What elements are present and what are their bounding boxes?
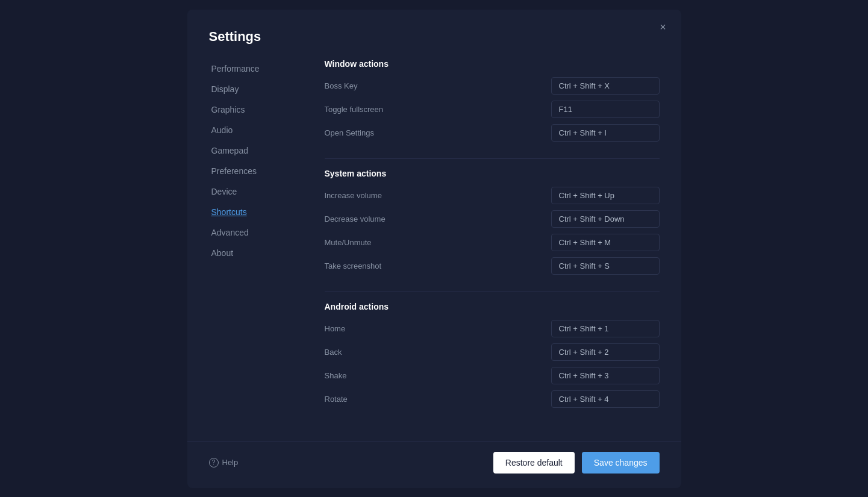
shortcut-row: Decrease volume	[325, 210, 660, 228]
section-divider-android-actions	[325, 292, 660, 292]
shortcut-label: Decrease volume	[325, 214, 551, 223]
shortcut-label: Rotate	[325, 395, 551, 404]
settings-modal: × Settings PerformanceDisplayGraphicsAud…	[187, 10, 681, 488]
shortcut-label: Mute/Unmute	[325, 238, 551, 247]
shortcut-row: Toggle fullscreen	[325, 101, 660, 118]
shortcut-row: Back	[325, 343, 660, 361]
sidebar-item-display[interactable]: Display	[209, 80, 305, 99]
shortcut-label: Boss Key	[325, 81, 551, 90]
sidebar-item-preferences[interactable]: Preferences	[209, 161, 305, 181]
section-title-system-actions: System actions	[325, 169, 660, 178]
sidebar-item-performance[interactable]: Performance	[209, 59, 305, 78]
save-changes-button[interactable]: Save changes	[582, 452, 660, 474]
shortcut-label: Increase volume	[325, 191, 551, 200]
section-divider-system-actions	[325, 158, 660, 159]
help-label: Help	[222, 458, 239, 467]
sidebar-item-shortcuts[interactable]: Shortcuts	[209, 202, 305, 222]
content-area: Window actionsBoss KeyToggle fullscreenO…	[305, 59, 660, 437]
shortcut-row: Mute/Unmute	[325, 234, 660, 251]
sidebar-item-about[interactable]: About	[209, 243, 305, 263]
shortcut-input[interactable]	[551, 257, 660, 275]
modal-body: PerformanceDisplayGraphicsAudioGamepadPr…	[187, 59, 681, 437]
shortcut-input[interactable]	[551, 124, 660, 142]
footer: ? Help Restore default Save changes	[187, 442, 681, 488]
sidebar: PerformanceDisplayGraphicsAudioGamepadPr…	[209, 59, 305, 437]
shortcut-row: Take screenshot	[325, 257, 660, 275]
sidebar-item-advanced[interactable]: Advanced	[209, 223, 305, 242]
shortcut-label: Toggle fullscreen	[325, 105, 551, 114]
shortcut-input[interactable]	[551, 234, 660, 251]
help-link[interactable]: ? Help	[209, 458, 239, 467]
shortcut-label: Open Settings	[325, 128, 551, 137]
shortcut-input[interactable]	[551, 210, 660, 228]
shortcut-label: Shake	[325, 371, 551, 380]
shortcut-input[interactable]	[551, 187, 660, 204]
restore-default-button[interactable]: Restore default	[493, 452, 575, 474]
section-window-actions: Window actionsBoss KeyToggle fullscreenO…	[325, 59, 660, 142]
section-title-window-actions: Window actions	[325, 59, 660, 69]
section-android-actions: Android actionsHomeBackShakeRotate	[325, 302, 660, 408]
shortcut-label: Back	[325, 348, 551, 357]
shortcut-row: Increase volume	[325, 187, 660, 204]
shortcut-row: Home	[325, 320, 660, 337]
shortcut-row: Boss Key	[325, 77, 660, 95]
shortcut-input[interactable]	[551, 343, 660, 361]
shortcut-row: Rotate	[325, 390, 660, 408]
shortcut-row: Open Settings	[325, 124, 660, 142]
close-button[interactable]: ×	[655, 19, 672, 36]
shortcut-input[interactable]	[551, 367, 660, 384]
shortcut-label: Home	[325, 324, 551, 333]
section-system-actions: System actionsIncrease volumeDecrease vo…	[325, 169, 660, 275]
footer-actions: Restore default Save changes	[493, 452, 660, 474]
sidebar-item-gamepad[interactable]: Gamepad	[209, 141, 305, 160]
page-title: Settings	[187, 10, 681, 59]
shortcut-input[interactable]	[551, 390, 660, 408]
sidebar-item-graphics[interactable]: Graphics	[209, 100, 305, 119]
help-icon: ?	[209, 458, 219, 467]
section-title-android-actions: Android actions	[325, 302, 660, 311]
shortcut-input[interactable]	[551, 101, 660, 118]
sidebar-item-audio[interactable]: Audio	[209, 120, 305, 140]
sidebar-item-device[interactable]: Device	[209, 182, 305, 201]
shortcut-input[interactable]	[551, 320, 660, 337]
shortcut-row: Shake	[325, 367, 660, 384]
shortcut-input[interactable]	[551, 77, 660, 95]
shortcut-label: Take screenshot	[325, 261, 551, 270]
